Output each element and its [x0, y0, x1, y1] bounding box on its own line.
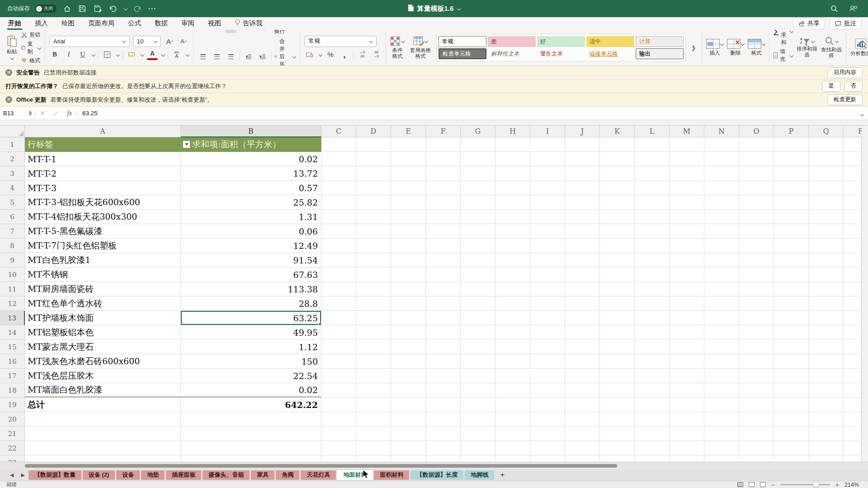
cell[interactable]	[530, 340, 565, 354]
italic-button[interactable]: I	[63, 49, 74, 60]
cell[interactable]	[530, 166, 565, 181]
cell[interactable]	[565, 239, 600, 253]
cell[interactable]	[391, 224, 426, 239]
cell[interactable]	[356, 137, 391, 152]
cell[interactable]	[495, 224, 530, 239]
share-button[interactable]: 共享	[793, 18, 825, 29]
cell[interactable]	[356, 441, 391, 455]
value-cell[interactable]: 63.25	[181, 311, 321, 325]
zoom-out-icon[interactable]: −	[771, 481, 775, 488]
cell[interactable]	[774, 412, 809, 427]
cell[interactable]	[635, 455, 670, 462]
cell[interactable]	[704, 181, 739, 195]
cell[interactable]	[495, 455, 530, 462]
cell[interactable]	[461, 455, 495, 462]
format-painter-button[interactable]: 格式	[21, 57, 41, 65]
cell[interactable]	[809, 137, 844, 152]
cell[interactable]	[844, 253, 862, 267]
sheet-tab-设备[interactable]: 设备	[116, 470, 140, 480]
align-right-icon[interactable]	[226, 51, 236, 62]
cell[interactable]	[356, 369, 391, 383]
enable-content-button[interactable]: 启用内容	[827, 67, 863, 78]
cell[interactable]	[670, 354, 704, 369]
cell[interactable]	[774, 441, 809, 455]
row-header-23[interactable]: 23	[0, 455, 25, 462]
cell[interactable]	[391, 383, 426, 398]
cell[interactable]	[704, 253, 739, 267]
row-label-cell[interactable]: MT不锈钢	[25, 267, 181, 282]
title-dropdown-icon[interactable]	[457, 7, 461, 10]
cell[interactable]	[739, 210, 774, 224]
cell[interactable]	[809, 152, 844, 166]
cell[interactable]	[809, 210, 844, 224]
column-header-F[interactable]: F	[426, 126, 461, 137]
row-header-13[interactable]: 13	[0, 311, 25, 325]
cell[interactable]	[461, 210, 495, 224]
cell[interactable]	[565, 210, 600, 224]
cell[interactable]	[774, 311, 809, 325]
cell[interactable]	[530, 210, 565, 224]
column-header-C[interactable]: C	[321, 126, 356, 137]
cell[interactable]	[426, 296, 461, 311]
fill-button[interactable]: ↓ 填充	[774, 48, 793, 63]
row-header-10[interactable]: 10	[0, 267, 25, 282]
horizontal-scrollbar-thumb[interactable]	[25, 464, 617, 468]
align-center-icon[interactable]	[212, 51, 222, 62]
cell[interactable]	[391, 369, 426, 383]
zoom-slider[interactable]	[780, 484, 830, 485]
cell[interactable]	[495, 340, 530, 354]
cell[interactable]	[844, 412, 862, 427]
insert-function-icon[interactable]: fx	[63, 109, 76, 117]
cell[interactable]	[704, 354, 739, 369]
cell[interactable]	[461, 340, 495, 354]
cell[interactable]	[670, 427, 704, 441]
cell[interactable]	[426, 369, 461, 383]
horizontal-scrollbar[interactable]	[0, 462, 868, 469]
cell[interactable]	[321, 325, 356, 340]
cell[interactable]	[565, 267, 600, 282]
cell[interactable]	[844, 195, 862, 210]
autosave-toggle[interactable]: 关闭	[35, 5, 57, 13]
cell[interactable]	[774, 455, 809, 462]
cell[interactable]	[426, 282, 461, 296]
cell[interactable]	[739, 137, 774, 152]
cell[interactable]	[635, 137, 670, 152]
cell[interactable]	[600, 427, 635, 441]
cell[interactable]	[809, 239, 844, 253]
cell[interactable]	[670, 152, 704, 166]
cell[interactable]	[356, 282, 391, 296]
align-left-icon[interactable]	[198, 51, 208, 62]
zoom-level[interactable]: 214%	[844, 482, 862, 488]
row-header-9[interactable]: 9	[0, 253, 25, 267]
cell[interactable]	[670, 441, 704, 455]
cell[interactable]	[321, 296, 356, 311]
row-header-14[interactable]: 14	[0, 325, 25, 340]
cell-style-bad[interactable]: 差	[488, 36, 536, 47]
cell[interactable]	[391, 239, 426, 253]
row-label-cell[interactable]: MT铝塑板铝本色	[25, 325, 181, 340]
row-label-cell[interactable]: MT-T-4铝扣板天花300x300	[25, 210, 181, 224]
cell[interactable]	[670, 383, 704, 398]
cell[interactable]	[495, 325, 530, 340]
cell[interactable]	[635, 296, 670, 311]
more-commands-icon[interactable]: ⋯	[148, 4, 156, 14]
ribbon-tab[interactable]: 审阅	[180, 18, 195, 30]
cell[interactable]	[391, 325, 426, 340]
cell[interactable]	[565, 369, 600, 383]
add-sheet-button[interactable]: +	[495, 470, 509, 479]
cell[interactable]	[495, 152, 530, 166]
document-title[interactable]: 算量模板1.6	[417, 5, 454, 13]
cell[interactable]	[635, 239, 670, 253]
cell-style-normal[interactable]: 常规	[439, 36, 486, 47]
cell[interactable]	[181, 412, 321, 427]
cell[interactable]	[321, 340, 356, 354]
cell[interactable]	[809, 398, 844, 412]
cell[interactable]	[844, 427, 862, 441]
cell[interactable]	[530, 325, 565, 340]
value-cell[interactable]: 150	[181, 354, 321, 369]
cell[interactable]	[426, 224, 461, 239]
cell[interactable]	[739, 455, 774, 462]
cell[interactable]	[844, 137, 862, 152]
value-cell[interactable]: 25.82	[181, 195, 321, 210]
paste-button[interactable]: 粘贴	[6, 35, 18, 61]
